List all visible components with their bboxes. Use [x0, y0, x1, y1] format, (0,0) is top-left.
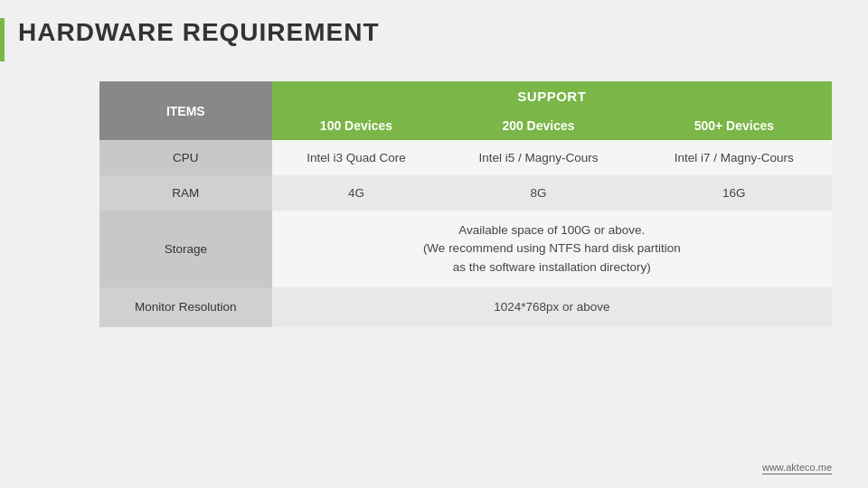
storage-line3: as the software installation directory) [453, 260, 651, 274]
table-row-cpu: CPU Intel i3 Quad Core Intel i5 / Magny-… [99, 140, 832, 175]
cpu-100: Intel i3 Quad Core [272, 140, 441, 175]
storage-line1: Available space of 100G or above. [458, 223, 645, 237]
col-200-devices: 200 Devices [440, 111, 636, 140]
col-100-devices: 100 Devices [272, 111, 441, 140]
cpu-200: Intel i5 / Magny-Cours [440, 140, 636, 175]
page-title: HARDWARE REQUIREMENT [18, 18, 380, 47]
support-header: SUPPORT [272, 81, 832, 111]
table-row-storage: Storage Available space of 100G or above… [99, 211, 832, 287]
ram-100: 4G [272, 175, 441, 211]
table-header-row-1: ITEMS SUPPORT [99, 81, 832, 111]
footer-link[interactable]: www.akteco.me [762, 462, 832, 474]
ram-label: RAM [99, 175, 272, 211]
cpu-label: CPU [99, 140, 272, 175]
table-row-ram: RAM 4G 8G 16G [99, 175, 832, 211]
hardware-table-wrapper: ITEMS SUPPORT 100 Devices 200 Devices 50… [99, 81, 832, 327]
col-500-devices: 500+ Devices [637, 111, 832, 140]
cpu-500: Intel i7 / Magny-Cours [637, 140, 832, 175]
monitor-line1: 1024*768px or above [494, 300, 609, 314]
ram-200: 8G [440, 175, 636, 211]
storage-merged-cell: Available space of 100G or above. (We re… [272, 211, 832, 287]
storage-line2: (We recommend using NTFS hard disk parti… [423, 241, 681, 255]
hardware-requirements-table: ITEMS SUPPORT 100 Devices 200 Devices 50… [99, 81, 832, 327]
table-row-monitor: Monitor Resolution 1024*768px or above [99, 287, 832, 327]
storage-label: Storage [99, 211, 272, 287]
ram-500: 16G [637, 175, 832, 211]
items-header: ITEMS [99, 81, 272, 140]
monitor-merged-cell: 1024*768px or above [272, 287, 832, 327]
monitor-label: Monitor Resolution [99, 287, 272, 327]
left-accent-bar [0, 18, 5, 61]
